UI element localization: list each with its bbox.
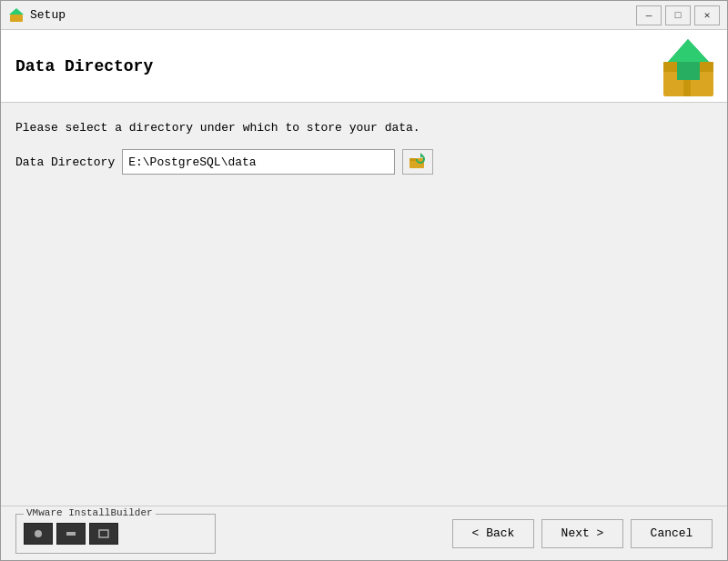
title-bar: Setup — □ ✕ — [1, 1, 727, 30]
content-area: Please select a directory under which to… — [1, 103, 727, 506]
svg-point-12 — [35, 530, 42, 537]
window-title: Setup — [30, 8, 636, 22]
svg-marker-1 — [9, 8, 24, 15]
footer-nav-buttons: < Back Next > Cancel — [452, 519, 713, 548]
description-text: Please select a directory under which to… — [15, 121, 713, 135]
svg-rect-8 — [677, 62, 700, 80]
installbuilder-label: VMware InstallBuilder — [24, 507, 156, 518]
directory-label: Data Directory — [15, 155, 115, 169]
footer: VMware InstallBuilder < Back Next > Canc… — [1, 506, 727, 560]
svg-rect-0 — [10, 15, 23, 22]
footer-btn-3[interactable] — [89, 523, 118, 545]
footer-btn-1[interactable] — [24, 523, 53, 545]
minimize-button[interactable]: — — [636, 5, 662, 25]
directory-field-row: Data Directory — [15, 149, 713, 175]
browse-button[interactable] — [402, 149, 433, 175]
app-icon — [8, 7, 25, 24]
setup-window: Setup — □ ✕ Data Directory — [0, 0, 728, 561]
header-icon — [645, 30, 727, 103]
maximize-button[interactable]: □ — [665, 5, 691, 25]
svg-marker-7 — [668, 39, 709, 62]
header-section: Data Directory — [1, 30, 727, 103]
close-button[interactable]: ✕ — [694, 5, 720, 25]
footer-btn-2[interactable] — [56, 523, 86, 545]
cancel-button[interactable]: Cancel — [631, 519, 713, 548]
directory-input[interactable] — [122, 149, 395, 175]
back-button[interactable]: < Back — [452, 519, 534, 548]
window-controls: — □ ✕ — [636, 5, 720, 25]
page-title: Data Directory — [15, 57, 153, 75]
svg-rect-14 — [99, 530, 108, 537]
svg-rect-10 — [410, 158, 416, 161]
next-button[interactable]: Next > — [541, 519, 623, 548]
svg-rect-13 — [66, 532, 76, 536]
